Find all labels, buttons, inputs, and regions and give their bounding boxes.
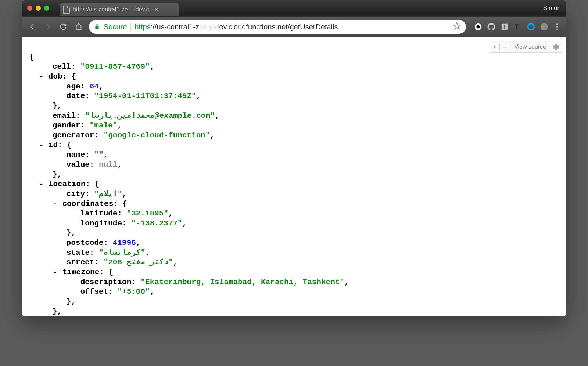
collapse-toggle[interactable]: - bbox=[53, 199, 58, 209]
browser-tab[interactable]: https://us-central1-ze…-dev.c × bbox=[60, 3, 179, 16]
maximize-window-button[interactable] bbox=[44, 6, 49, 11]
json-string: "32.1895" bbox=[127, 209, 168, 218]
minimize-window-button[interactable] bbox=[36, 6, 41, 11]
json-key: name: bbox=[67, 151, 90, 159]
json-key: id: bbox=[49, 141, 62, 149]
json-key: longitude: bbox=[80, 219, 127, 228]
close-window-button[interactable] bbox=[27, 6, 32, 11]
svg-rect-0 bbox=[95, 26, 98, 29]
json-key: coordinates: bbox=[62, 200, 118, 208]
json-string: "0911-857-4769" bbox=[80, 62, 150, 71]
browser-toolbar: Secure https://us-central1-zes y-dev.clo… bbox=[22, 16, 566, 37]
json-string: "1954-01-11T01:37:49Z" bbox=[94, 92, 196, 100]
extension-u-icon[interactable]: u bbox=[540, 23, 548, 31]
json-key: offset: bbox=[80, 287, 113, 296]
extension-circle-icon[interactable] bbox=[474, 23, 482, 31]
json-key: state: bbox=[67, 249, 94, 257]
profile-name[interactable]: Simon bbox=[543, 4, 561, 12]
viewer-settings-button[interactable] bbox=[550, 41, 562, 52]
json-key: email: bbox=[53, 112, 80, 120]
json-key: city: bbox=[67, 190, 90, 198]
view-source-button[interactable]: View source bbox=[510, 44, 550, 50]
json-string: "ایلام" bbox=[94, 190, 122, 198]
json-string: "Ekaterinburg, Islamabad, Karachi, Tashk… bbox=[140, 278, 344, 286]
json-key: age: bbox=[67, 82, 85, 91]
json-key: cell: bbox=[53, 62, 76, 71]
forward-button[interactable] bbox=[43, 22, 53, 32]
json-key: postcode: bbox=[67, 239, 108, 247]
svg-point-3 bbox=[476, 25, 480, 28]
json-key: date: bbox=[67, 92, 90, 100]
json-null: null bbox=[99, 160, 117, 169]
close-tab-button[interactable]: × bbox=[154, 6, 158, 14]
browser-window: https://us-central1-ze…-dev.c × Simon Se… bbox=[22, 0, 566, 316]
json-key: timezone: bbox=[62, 268, 104, 276]
json-string: "کرمانشاه" bbox=[99, 249, 145, 257]
json-string: "google-cloud-function" bbox=[104, 131, 210, 139]
json-key: description: bbox=[80, 278, 136, 286]
json-viewer: { cell: "0911-857-4769", - dob: { age: 6… bbox=[22, 37, 566, 316]
file-icon bbox=[63, 6, 70, 14]
page-content: + – View source { cell: "0911-857-4769",… bbox=[22, 37, 566, 316]
extension-box-icon[interactable] bbox=[501, 23, 509, 31]
json-number: 64 bbox=[90, 82, 99, 91]
lock-icon bbox=[94, 23, 100, 30]
svg-rect-5 bbox=[504, 25, 505, 29]
json-string: "محمدامین.پارسا@example.com" bbox=[85, 112, 215, 120]
home-button[interactable] bbox=[74, 22, 84, 32]
extension-ring-icon[interactable] bbox=[527, 23, 535, 31]
json-string: "male" bbox=[90, 121, 118, 130]
collapse-all-button[interactable]: – bbox=[500, 44, 510, 50]
svg-point-6 bbox=[528, 24, 534, 30]
reload-button[interactable] bbox=[58, 22, 68, 32]
json-string: "206 دکتر مفتح" bbox=[104, 258, 173, 267]
collapse-toggle[interactable]: - bbox=[39, 141, 44, 151]
traffic-lights bbox=[27, 6, 49, 11]
json-key: generator: bbox=[53, 131, 99, 139]
json-key: dob: bbox=[49, 72, 67, 81]
json-number: 41995 bbox=[113, 239, 136, 247]
json-key: value: bbox=[67, 160, 94, 169]
tab-title: https://us-central1-ze…-dev.c bbox=[73, 6, 149, 13]
svg-text:u: u bbox=[543, 25, 545, 29]
browser-menu-button[interactable] bbox=[553, 23, 561, 30]
expand-all-button[interactable]: + bbox=[489, 44, 500, 50]
json-string: "-138.2377" bbox=[131, 219, 182, 228]
json-string: "" bbox=[94, 151, 103, 159]
json-string: "+5:00" bbox=[117, 287, 150, 296]
window-titlebar: https://us-central1-ze…-dev.c × Simon bbox=[22, 0, 566, 16]
svg-marker-1 bbox=[453, 23, 460, 29]
json-key: gender: bbox=[53, 121, 85, 130]
bookmark-star-icon[interactable] bbox=[453, 22, 461, 32]
extension-icons: u bbox=[474, 23, 561, 31]
secure-label: Secure bbox=[104, 23, 127, 31]
omnibox-separator bbox=[130, 22, 131, 31]
url-text: https://us-central1-zes y-dev.cloudfunct… bbox=[135, 23, 338, 31]
collapse-toggle[interactable]: - bbox=[53, 268, 58, 278]
collapse-toggle[interactable]: - bbox=[39, 180, 44, 189]
extension-brush-icon[interactable] bbox=[514, 23, 522, 31]
json-key: street: bbox=[67, 258, 99, 267]
github-icon[interactable] bbox=[487, 23, 495, 31]
json-key: location: bbox=[49, 180, 90, 188]
collapse-toggle[interactable]: - bbox=[39, 72, 44, 82]
json-key: latitude: bbox=[80, 209, 122, 218]
json-viewer-toolbar: + – View source bbox=[489, 41, 562, 53]
address-bar[interactable]: Secure https://us-central1-zes y-dev.clo… bbox=[89, 20, 466, 34]
back-button[interactable] bbox=[27, 22, 37, 32]
